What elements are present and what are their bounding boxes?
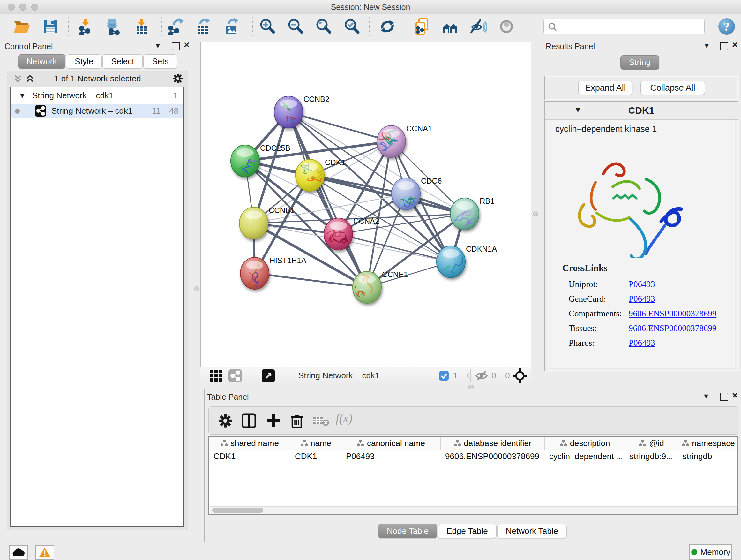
crosslink-label: GeneCard: [569,294,629,304]
refresh-icon[interactable] [379,17,396,36]
network-row-selected[interactable]: String Network – cdk1 11 48 [10,104,184,118]
table-panel: Table Panel ▾ × f(x) shared namenamecano… [204,389,741,542]
table-hscrollbar-thumb[interactable] [212,508,263,513]
network-node-CDKN1A[interactable] [436,246,469,292]
table-cell[interactable]: CDK1 [209,450,290,462]
tab-style[interactable]: Style [66,54,102,69]
crosslink-link[interactable]: P06493 [629,279,655,289]
crosshair-pan-icon[interactable] [513,368,527,383]
column-header-canonical-name[interactable]: canonical name [341,437,441,449]
tab-sets[interactable]: Sets [143,54,177,69]
control-panel-close-icon[interactable]: × [184,40,190,50]
open-session-icon[interactable] [13,17,30,36]
gene-section-header[interactable]: ▼ CDK1 [545,102,738,120]
zoom-in-icon[interactable] [259,17,276,36]
tab-node-table[interactable]: Node Table [378,524,437,538]
save-session-icon[interactable] [42,17,59,36]
import-network-from-database-icon[interactable] [105,17,122,36]
zoom-selected-icon[interactable] [343,17,361,36]
crosslink-row: Compartments:9606.ENSP00000378699 [569,306,728,321]
tab-network[interactable]: Network [18,54,65,69]
network-node-CCNE1[interactable] [348,271,381,303]
table-gear-icon[interactable] [218,414,232,428]
network-graph[interactable]: CCNB2CCNA1CDC25BCDK1CDC6RB1CCNB1CCNA2CDK… [201,42,531,367]
tab-edge-table[interactable]: Edge Table [438,524,496,538]
export-network-icon[interactable] [167,17,185,36]
export-table-icon[interactable] [194,17,212,36]
open-in-window-icon[interactable] [262,369,275,382]
table-panel-close-icon[interactable]: × [732,390,738,400]
column-header-shared-name[interactable]: shared name [209,437,290,449]
network-node-CCNB1[interactable] [239,207,268,239]
zoom-fit-icon[interactable] [315,17,333,36]
help-icon[interactable]: ? [718,17,736,36]
network-node-RB1[interactable] [450,198,479,232]
tab-string[interactable]: String [620,55,659,70]
table-hscrollbar[interactable] [210,506,737,514]
table-row[interactable]: CDK1CDK1P064939606.ENSP00000378699cyclin… [209,450,738,462]
network-edge[interactable] [255,273,367,287]
hidden-eye-slash-icon[interactable] [475,370,488,381]
network-node-CCNA1[interactable] [377,125,406,158]
network-collection-row[interactable]: ▼ String Network – cdk1 1 [10,88,184,103]
table-panel-maximize-icon[interactable] [720,393,728,401]
column-header-description[interactable]: description [545,437,625,449]
import-network-from-file-icon[interactable] [77,17,95,36]
share-view-icon[interactable] [228,369,242,382]
selected-checkbox-icon[interactable] [439,371,449,381]
network-collection-label: String Network – cdk1 [32,88,113,103]
column-header-name[interactable]: name [290,437,341,449]
show-columns-icon[interactable] [241,413,257,428]
table-cell[interactable]: CDK1 [290,450,341,462]
network-canvas[interactable]: CCNB2CCNA1CDC25BCDK1CDC6RB1CCNB1CCNA2CDK… [200,42,531,367]
import-table-from-file-icon[interactable] [133,17,151,36]
first-neighbors-houses-icon[interactable] [441,17,459,36]
node-label: CDKN1A [466,245,497,253]
crosslink-link[interactable]: 9606.ENSP00000378699 [629,323,717,333]
results-panel-maximize-icon[interactable] [720,42,728,51]
crosslink-link[interactable]: P06493 [629,338,655,348]
control-panel-float-icon[interactable]: ▾ [156,41,160,50]
graphics-details-eye-icon[interactable] [469,17,487,36]
crosslink-link[interactable]: P06493 [629,294,655,304]
right-splitter-handle[interactable] [533,211,538,216]
add-column-icon[interactable] [266,413,281,428]
table-cell[interactable]: P06493 [341,450,441,462]
expand-all-button[interactable]: Expand All [578,81,632,95]
network-node-CDK1[interactable] [295,159,329,191]
column-header--id[interactable]: @id [625,437,678,449]
network-node-CDC6[interactable] [391,178,420,211]
collapse-triangle-icon[interactable]: ▼ [19,88,26,103]
table-cell[interactable]: cyclin–dependent ... [545,450,625,462]
results-panel-close-icon[interactable]: × [732,40,738,50]
crosslink-link[interactable]: 9606.ENSP00000378699 [629,309,717,319]
column-header-database-identifier[interactable]: database identifier [441,437,545,449]
table-cell[interactable]: stringdb:9... [625,450,678,462]
table-cell[interactable]: 9606.ENSP00000378699 [441,450,545,462]
memory-button[interactable]: Memory [689,544,732,560]
control-panel-maximize-icon[interactable] [172,42,180,51]
export-image-icon[interactable] [223,17,241,36]
clone-network-icon[interactable] [413,17,431,36]
left-splitter-handle[interactable] [194,287,199,292]
birds-eye-icon[interactable] [497,17,515,36]
delete-column-icon[interactable] [289,413,305,428]
network-node-HIST1H1A[interactable] [240,257,269,293]
network-node-CCNB2[interactable] [274,96,304,137]
results-panel-float-icon[interactable]: ▾ [704,41,709,50]
gear-icon[interactable] [173,73,183,84]
table-cell[interactable]: stringdb [678,450,738,462]
crosslink-label: Pharos: [569,338,629,348]
string-network-icon [35,105,46,117]
warning-button[interactable] [35,545,54,560]
zoom-out-icon[interactable] [286,17,305,36]
column-header-namespace[interactable]: namespace [678,437,738,449]
cloud-button[interactable] [9,545,28,560]
grid-view-icon[interactable] [210,369,223,382]
collapse-all-button[interactable]: Collapse All [641,81,705,95]
table-panel-float-icon[interactable]: ▾ [704,391,708,401]
search-input[interactable] [560,20,702,33]
tab-network-table[interactable]: Network Table [497,524,567,538]
tab-select[interactable]: Select [103,54,143,69]
table-panel-title: Table Panel [207,392,249,401]
